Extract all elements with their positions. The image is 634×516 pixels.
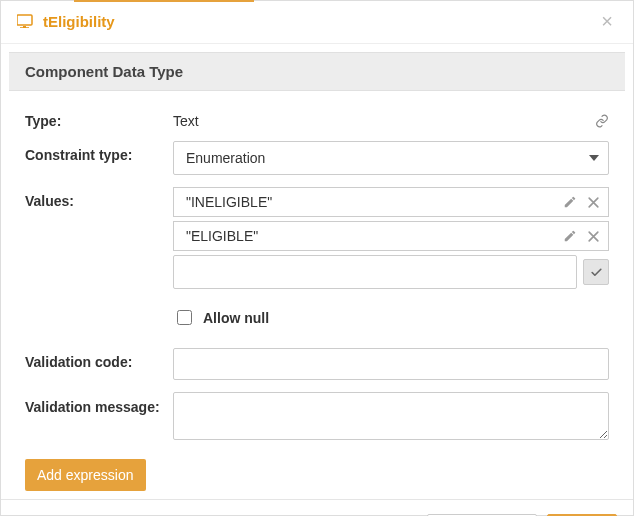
validation-message-field	[173, 392, 609, 443]
type-label: Type:	[25, 107, 173, 129]
enum-value-text: "INELIGIBLE"	[186, 194, 563, 210]
svg-rect-0	[17, 15, 32, 25]
allow-null-label[interactable]: Allow null	[203, 310, 269, 326]
validation-code-input[interactable]	[173, 348, 609, 380]
validation-code-row: Validation code:	[25, 348, 609, 380]
constraint-type-input[interactable]	[173, 141, 609, 175]
dialog-header: tEligibility ×	[1, 1, 633, 44]
constraint-type-field	[173, 141, 609, 175]
validation-code-label: Validation code:	[25, 348, 173, 370]
component-data-type-dialog: tEligibility × Component Data Type Type:…	[0, 0, 634, 516]
allow-null-row: Allow null	[173, 307, 609, 328]
validation-message-input[interactable]	[173, 392, 609, 440]
constraint-type-label: Constraint type:	[25, 141, 173, 163]
enum-value-text: "ELIGIBLE"	[186, 228, 563, 244]
values-field: "INELIGIBLE" "ELIGIBLE"	[173, 187, 609, 336]
allow-null-checkbox[interactable]	[177, 310, 192, 325]
confirm-add-value-button[interactable]	[583, 259, 609, 285]
validation-message-label: Validation message:	[25, 392, 173, 416]
edit-icon[interactable]	[563, 195, 577, 209]
close-icon[interactable]: ×	[597, 11, 617, 31]
enum-value-item: "INELIGIBLE"	[173, 187, 609, 217]
edit-icon[interactable]	[563, 229, 577, 243]
dialog-body: Type: Text Constraint type:	[1, 91, 633, 499]
constraint-type-select[interactable]	[173, 141, 609, 175]
constraint-type-row: Constraint type:	[25, 141, 609, 175]
delete-icon[interactable]	[587, 230, 600, 243]
values-row: Values: "INELIGIBLE"	[25, 187, 609, 336]
enum-value-item: "ELIGIBLE"	[173, 221, 609, 251]
type-value-text: Text	[173, 113, 199, 129]
validation-message-row: Validation message:	[25, 392, 609, 443]
values-label: Values:	[25, 187, 173, 209]
link-icon[interactable]	[595, 114, 609, 128]
dialog-title: tEligibility	[43, 13, 115, 30]
new-enum-value-input[interactable]	[173, 255, 577, 289]
validation-code-field	[173, 348, 609, 380]
enum-value-list: "INELIGIBLE" "ELIGIBLE"	[173, 187, 609, 289]
dialog-footer: Create Type Close	[1, 499, 633, 516]
section-header: Component Data Type	[9, 52, 625, 91]
new-enum-value-row	[173, 255, 609, 289]
type-row: Type: Text	[25, 107, 609, 129]
add-expression-button[interactable]: Add expression	[25, 459, 146, 491]
delete-icon[interactable]	[587, 196, 600, 209]
svg-rect-2	[20, 27, 29, 28]
type-field: Text	[173, 107, 609, 129]
data-type-icon	[17, 14, 35, 28]
